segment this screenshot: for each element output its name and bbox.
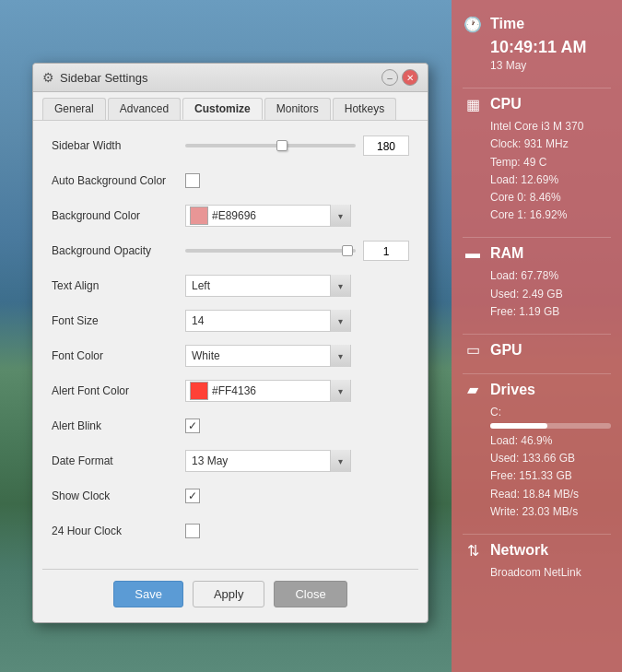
font-color-row: Font Color White ▾ (52, 345, 409, 367)
sidebar-width-slider[interactable] (185, 144, 356, 147)
sidebar-width-control: 180 (185, 136, 409, 156)
network-line-1: Broadcom NetLink (490, 564, 611, 582)
sidebar-width-label: Sidebar Width (52, 139, 185, 152)
font-size-dropdown[interactable]: 14 ▾ (185, 310, 351, 332)
font-size-label: Font Size (52, 314, 185, 327)
alert-font-color-arrow[interactable]: ▾ (330, 380, 350, 402)
drive-icon: ▰ (463, 380, 483, 400)
date-format-control: 13 May ▾ (185, 450, 409, 472)
drive-bar-fill (490, 423, 547, 429)
bg-opacity-row: Background Opacity 1 (52, 240, 409, 262)
drives-title: Drives (490, 382, 535, 398)
sidebar-section-network: ⇅ Network Broadcom NetLink (463, 540, 611, 582)
show-clock-control (185, 489, 409, 503)
date-format-row: Date Format 13 May ▾ (52, 450, 409, 472)
alert-blink-checkbox[interactable] (185, 419, 200, 433)
date-format-value: 13 May (186, 454, 330, 467)
minimize-button[interactable]: – (381, 69, 398, 86)
hour-clock-control (185, 524, 409, 538)
drive-bar-bg (490, 423, 611, 429)
font-color-label: Font Color (52, 349, 185, 362)
divider-2 (463, 237, 611, 238)
tab-customize[interactable]: Customize (182, 98, 263, 120)
font-size-value: 14 (186, 314, 330, 327)
text-align-arrow[interactable]: ▾ (330, 275, 350, 297)
tab-general[interactable]: General (42, 98, 106, 120)
dialog-titlebar: ⚙ Sidebar Settings – ✕ (33, 64, 428, 92)
bg-opacity-label: Background Opacity (52, 244, 185, 257)
font-size-arrow[interactable]: ▾ (330, 310, 350, 332)
drive-line-5: Write: 23.03 MB/s (490, 503, 611, 521)
drive-line-4: Read: 18.84 MB/s (490, 486, 611, 503)
show-clock-checkbox[interactable] (185, 489, 200, 503)
ram-line-3: Free: 1.19 GB (490, 303, 611, 321)
cpu-details: Clock: 931 MHz Temp: 49 C Load: 12.69% C… (463, 136, 611, 224)
save-button[interactable]: Save (113, 581, 183, 607)
bg-color-value: #E89696 (212, 209, 330, 222)
font-size-row: Font Size 14 ▾ (52, 310, 409, 332)
bg-color-swatch (190, 206, 208, 225)
bg-color-dropdown-arrow[interactable]: ▾ (330, 205, 350, 227)
cpu-line-2: Temp: 49 C (490, 154, 611, 171)
network-details: Broadcom NetLink (463, 564, 611, 582)
sidebar-width-value[interactable]: 180 (363, 136, 409, 156)
clock-icon: 🕐 (463, 14, 483, 34)
alert-font-color-row: Alert Font Color #FF4136 ▾ (52, 380, 409, 402)
bg-color-label: Background Color (52, 209, 185, 222)
ram-line-2: Used: 2.49 GB (490, 286, 611, 303)
divider-5 (463, 534, 611, 535)
font-color-dropdown[interactable]: White ▾ (185, 345, 351, 367)
bg-color-control: #E89696 ▾ (185, 205, 409, 227)
close-button[interactable]: Close (274, 581, 346, 607)
sidebar-section-cpu: ▦ CPU Intel Core i3 M 370 Clock: 931 MHz… (463, 94, 611, 224)
divider-3 (463, 334, 611, 335)
date-format-dropdown[interactable]: 13 May ▾ (185, 450, 351, 472)
sidebar-panel: 🕐 Time 10:49:11 AM 13 May ▦ CPU Intel Co… (452, 0, 622, 672)
ram-line-1: Load: 67.78% (490, 267, 611, 285)
tab-advanced[interactable]: Advanced (108, 98, 181, 120)
time-title: Time (490, 16, 524, 32)
font-size-control: 14 ▾ (185, 310, 409, 332)
time-value: 10:49:11 AM (463, 38, 611, 57)
cpu-line-1: Clock: 931 MHz (490, 136, 611, 153)
auto-bg-color-checkbox[interactable] (185, 173, 200, 188)
tabs-bar: General Advanced Customize Monitors Hotk… (33, 92, 428, 121)
text-align-dropdown[interactable]: Left ▾ (185, 275, 351, 297)
divider-1 (463, 88, 611, 88)
dialog-footer: Save Apply Close (33, 570, 428, 622)
dialog-controls: – ✕ (381, 69, 418, 86)
cpu-line-4: Core 0: 8.46% (490, 189, 611, 206)
tab-monitors[interactable]: Monitors (264, 98, 331, 120)
close-icon-button[interactable]: ✕ (402, 69, 418, 86)
alert-blink-label: Alert Blink (52, 419, 185, 432)
drive-line-2: Used: 133.66 GB (490, 450, 611, 467)
font-color-control: White ▾ (185, 345, 409, 367)
font-color-value: White (186, 349, 330, 362)
cpu-title: CPU (490, 96, 522, 112)
alert-font-color-picker[interactable]: #FF4136 ▾ (185, 380, 351, 402)
alert-blink-row: Alert Blink (52, 415, 409, 437)
bg-opacity-thumb[interactable] (342, 245, 353, 256)
cpu-icon: ▦ (463, 94, 483, 114)
cpu-model: Intel Core i3 M 370 (463, 118, 611, 136)
tab-hotkeys[interactable]: Hotkeys (333, 98, 396, 120)
date-format-arrow[interactable]: ▾ (330, 450, 350, 472)
hour-clock-checkbox[interactable] (185, 524, 200, 538)
divider-4 (463, 373, 611, 374)
sidebar-section-drives: ▰ Drives C: Load: 46.9% Used: 133.66 GB … (463, 380, 611, 521)
bg-opacity-slider[interactable] (185, 249, 356, 253)
text-align-control: Left ▾ (185, 275, 409, 297)
alert-font-color-label: Alert Font Color (52, 384, 185, 397)
drive-label: C: (490, 404, 611, 421)
sidebar-section-gpu: ▭ GPU (463, 340, 611, 360)
bg-opacity-value[interactable]: 1 (363, 241, 409, 261)
date-format-label: Date Format (52, 454, 185, 467)
time-date: 13 May (463, 57, 611, 75)
sidebar-width-row: Sidebar Width 180 (52, 135, 409, 157)
text-align-row: Text Align Left ▾ (52, 275, 409, 297)
bg-color-picker[interactable]: #E89696 ▾ (185, 205, 351, 227)
sidebar-width-thumb[interactable] (276, 140, 288, 151)
ram-icon: ▬ (463, 243, 483, 264)
font-color-arrow[interactable]: ▾ (330, 345, 350, 367)
apply-button[interactable]: Apply (193, 581, 265, 607)
